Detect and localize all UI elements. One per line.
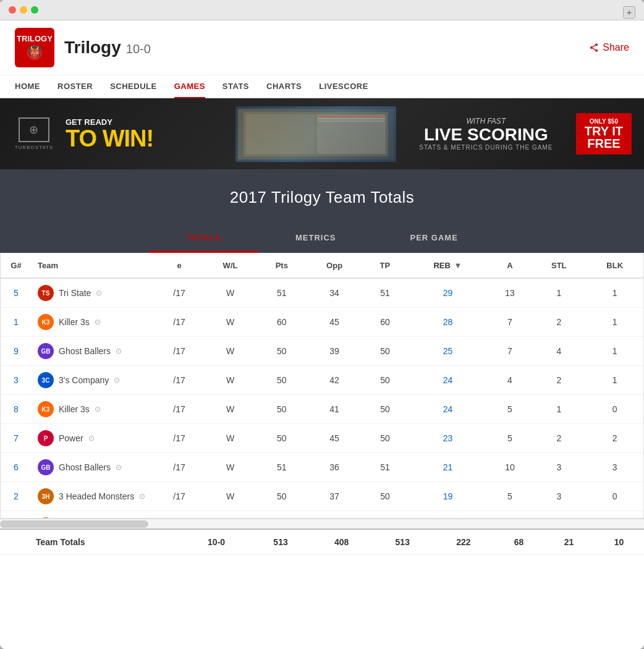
cell-reb: 21 <box>407 453 488 482</box>
totals-stl: 21 <box>544 530 594 555</box>
svg-point-5 <box>590 46 593 49</box>
horizontal-scrollbar[interactable] <box>0 519 644 528</box>
cell-reb: 25 <box>407 337 488 366</box>
cell-g: 3 <box>1 366 32 395</box>
cell-opp: 37 <box>307 482 363 511</box>
totals-date-blank <box>155 530 182 555</box>
col-wl[interactable]: W/L <box>203 253 257 278</box>
table-row[interactable]: 1 K3 Killer 3s ⊙ /17 W 60 45 60 28 7 2 1 <box>1 308 643 337</box>
promo-screenshot <box>235 106 396 162</box>
col-tp[interactable]: TP <box>363 253 408 278</box>
nav-home[interactable]: HOME <box>15 75 40 98</box>
cell-reb: 29 <box>407 278 488 308</box>
cell-date: /17 <box>155 366 203 395</box>
team-name: Trilogy <box>64 38 121 57</box>
promo-banner[interactable]: TURBOSTATS GET READY TO WIN! <box>0 98 644 169</box>
cell-opp: 39 <box>307 337 363 366</box>
promo-logo: TURBOSTATS <box>12 117 56 150</box>
table-wrapper[interactable]: G# Team e W/L Pts Opp TP REB ▼ A STL BLK <box>0 253 644 519</box>
cell-a: 5 <box>488 424 532 453</box>
cell-team: 3H 3 Headed Monsters ⊙ <box>32 511 155 519</box>
totals-label: Team Totals <box>31 530 155 555</box>
cell-opp: 46 <box>307 511 363 519</box>
close-dot[interactable] <box>9 6 16 14</box>
dark-section: 2017 Trilogy Team Totals TOTALS METRICS … <box>0 169 644 253</box>
cell-reb: 24 <box>407 366 488 395</box>
cell-g: 2 <box>1 482 32 511</box>
cell-pts: 50 <box>257 337 307 366</box>
col-pts[interactable]: Pts <box>257 253 307 278</box>
cell-wl: W <box>203 482 257 511</box>
svg-point-4 <box>595 43 598 46</box>
col-g-num[interactable]: G# <box>1 253 32 278</box>
table-section: G# Team e W/L Pts Opp TP REB ▼ A STL BLK <box>0 253 644 555</box>
cell-pts: 51 <box>257 511 307 519</box>
col-a[interactable]: A <box>488 253 532 278</box>
h-scroll-thumb[interactable] <box>0 520 148 528</box>
table-row[interactable]: 3 3C 3's Company ⊙ /17 W 50 42 50 24 4 2… <box>1 366 643 395</box>
nav-charts[interactable]: CHARTS <box>266 75 302 98</box>
maximize-dot[interactable] <box>31 6 38 14</box>
cell-stl: 2 <box>532 424 586 453</box>
cell-blk: 1 <box>586 366 643 395</box>
cell-blk: 1 <box>586 308 643 337</box>
stats-table: G# Team e W/L Pts Opp TP REB ▼ A STL BLK <box>1 253 643 519</box>
table-row[interactable]: 6 GB Ghost Ballers ⊙ /17 W 51 36 51 21 1… <box>1 453 643 482</box>
cell-pts: 60 <box>257 308 307 337</box>
promo-stats-line: STATS & METRICS DURING THE GAME <box>406 144 566 151</box>
cell-pts: 50 <box>257 395 307 424</box>
col-date[interactable]: e <box>155 253 203 278</box>
cell-wl: W <box>203 511 257 519</box>
cell-date: /17 <box>155 453 203 482</box>
totals-row: Team Totals 10-0 513 408 513 222 68 21 1… <box>0 530 644 555</box>
table-row[interactable]: 5 TS Tri State ⊙ /17 W 51 34 51 29 13 1 … <box>1 278 643 308</box>
cell-opp: 36 <box>307 453 363 482</box>
minimize-dot[interactable] <box>20 6 27 14</box>
cell-a: 5 <box>488 511 532 519</box>
nav-livescore[interactable]: LIVESCORE <box>319 75 368 98</box>
browser-dots <box>9 6 635 20</box>
col-reb[interactable]: REB ▼ <box>407 253 488 278</box>
tab-per-game[interactable]: PER GAME <box>373 224 494 253</box>
cell-stl: 1 <box>532 395 586 424</box>
col-blk[interactable]: BLK <box>586 253 643 278</box>
new-tab-button[interactable]: + <box>623 6 635 19</box>
nav-games[interactable]: GAMES <box>174 75 205 98</box>
tab-totals[interactable]: TOTALS <box>149 224 258 253</box>
col-team[interactable]: Team <box>32 253 155 278</box>
nav-schedule[interactable]: SCHEDULE <box>110 75 157 98</box>
cell-g: 8 <box>1 395 32 424</box>
share-button[interactable]: Share <box>589 42 629 53</box>
table-row[interactable]: 2 3H 3 Headed Monsters ⊙ /17 W 50 37 50 … <box>1 482 643 511</box>
page-title: 2017 Trilogy Team Totals <box>15 188 629 207</box>
table-row[interactable]: 10 3H 3 Headed Monsters ⊙ /17 W 51 46 51… <box>1 511 643 519</box>
cell-a: 4 <box>488 366 532 395</box>
nav-roster[interactable]: ROSTER <box>57 75 93 98</box>
svg-line-7 <box>593 48 596 50</box>
totals-tp: 513 <box>372 530 433 555</box>
table-body: 5 TS Tri State ⊙ /17 W 51 34 51 29 13 1 … <box>1 278 643 519</box>
promo-cta-button[interactable]: ONLY $50 TRY IT FREE <box>576 113 632 155</box>
turbostats-logo-box <box>19 117 49 142</box>
team-logo: TRILOGY 👹 <box>15 28 54 67</box>
col-stl[interactable]: STL <box>532 253 586 278</box>
tab-metrics[interactable]: METRICS <box>258 224 373 253</box>
cell-blk: 2 <box>586 424 643 453</box>
cell-date: /17 <box>155 278 203 308</box>
nav-stats[interactable]: STATS <box>222 75 249 98</box>
col-opp[interactable]: Opp <box>307 253 363 278</box>
cell-stl: 1 <box>532 278 586 308</box>
cell-team: 3H 3 Headed Monsters ⊙ <box>32 482 155 511</box>
svg-point-6 <box>595 49 598 52</box>
browser-chrome: + <box>0 0 644 20</box>
totals-g-blank <box>0 530 31 555</box>
site-header: TRILOGY 👹 Trilogy 10-0 Share <box>0 20 644 75</box>
tabs-row: TOTALS METRICS PER GAME <box>15 224 629 253</box>
cell-opp: 45 <box>307 424 363 453</box>
table-row[interactable]: 9 GB Ghost Ballers ⊙ /17 W 50 39 50 25 7… <box>1 337 643 366</box>
totals-opp: 408 <box>311 530 372 555</box>
table-row[interactable]: 8 K3 Killer 3s ⊙ /17 W 50 41 50 24 5 1 0 <box>1 395 643 424</box>
cell-wl: W <box>203 337 257 366</box>
cell-date: /17 <box>155 482 203 511</box>
table-row[interactable]: 7 P Power ⊙ /17 W 50 45 50 23 5 2 2 <box>1 424 643 453</box>
